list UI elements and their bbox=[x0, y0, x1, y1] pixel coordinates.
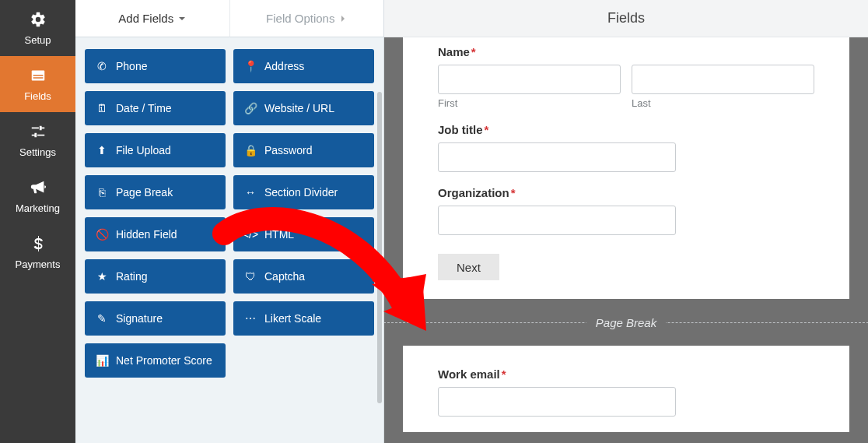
lock-icon: 🔒 bbox=[244, 144, 257, 156]
field-label: Likert Scale bbox=[264, 312, 321, 325]
label-text: Organization bbox=[438, 186, 509, 199]
required-marker: * bbox=[502, 367, 506, 381]
nav-label: Marketing bbox=[16, 202, 60, 214]
field-organization[interactable]: Organization* bbox=[438, 186, 814, 235]
pagebreak-icon: ⎘ bbox=[96, 186, 108, 199]
upload-icon: ⬆ bbox=[96, 144, 108, 156]
nav-settings[interactable]: Settings bbox=[0, 112, 75, 168]
nav-label: Payments bbox=[16, 258, 61, 270]
field-name[interactable]: Name* First Last bbox=[438, 45, 814, 109]
gauge-icon: 📊 bbox=[96, 354, 108, 367]
field-password[interactable]: 🔒Password bbox=[233, 133, 374, 167]
last-sublabel: Last bbox=[632, 97, 814, 109]
shield-icon: 🛡 bbox=[244, 270, 257, 283]
calendar-icon: 🗓 bbox=[96, 102, 108, 114]
bullhorn-icon bbox=[30, 179, 47, 199]
sidebar-nav: Setup Fields Settings Marketing Payments bbox=[0, 0, 75, 443]
organization-label: Organization* bbox=[438, 186, 814, 199]
scrollbar[interactable] bbox=[377, 92, 382, 403]
jobtitle-label: Job title* bbox=[438, 123, 814, 136]
field-label: Captcha bbox=[264, 270, 305, 283]
field-label: Section Divider bbox=[264, 186, 338, 199]
field-phone[interactable]: ✆Phone bbox=[85, 49, 226, 83]
nav-label: Setup bbox=[25, 34, 51, 46]
field-label: Website / URL bbox=[264, 102, 334, 114]
required-marker: * bbox=[511, 186, 516, 199]
dots-icon: ⋯ bbox=[244, 312, 257, 325]
job-title-input[interactable] bbox=[438, 142, 676, 172]
field-label: Net Promoter Score bbox=[116, 354, 212, 367]
last-name-input[interactable] bbox=[632, 65, 814, 94]
field-file-upload[interactable]: ⬆File Upload bbox=[85, 133, 226, 167]
field-url[interactable]: 🔗Website / URL bbox=[233, 91, 374, 125]
field-nps[interactable]: 📊Net Promoter Score bbox=[85, 343, 226, 378]
chevron-down-icon bbox=[178, 12, 186, 25]
label-text: Work email bbox=[438, 367, 500, 381]
fields-list: ✆Phone 📍Address 🗓Date / Time 🔗Website / … bbox=[75, 37, 383, 401]
button-label: Next bbox=[457, 261, 481, 274]
nav-payments[interactable]: Payments bbox=[0, 224, 75, 280]
label-text: Name bbox=[438, 45, 470, 58]
field-label: Hidden Field bbox=[116, 228, 177, 241]
first-name-input[interactable] bbox=[438, 65, 621, 94]
code-icon: </> bbox=[244, 228, 257, 241]
label-text: Job title bbox=[438, 123, 483, 136]
field-rating[interactable]: ★Rating bbox=[85, 259, 226, 294]
field-label: Rating bbox=[116, 270, 147, 283]
dollar-icon bbox=[30, 235, 47, 255]
nav-marketing[interactable]: Marketing bbox=[0, 168, 75, 224]
sliders-icon bbox=[30, 123, 47, 143]
workemail-label: Work email* bbox=[438, 367, 814, 381]
pencil-icon: ✎ bbox=[96, 312, 108, 325]
next-button[interactable]: Next bbox=[438, 254, 499, 280]
form-icon bbox=[30, 67, 47, 87]
tab-label: Field Options bbox=[266, 12, 334, 25]
field-page-break[interactable]: ⎘Page Break bbox=[85, 175, 226, 209]
field-work-email[interactable]: Work email* bbox=[438, 367, 814, 417]
field-label: Page Break bbox=[116, 186, 173, 199]
field-label: Address bbox=[264, 60, 304, 72]
field-label: Password bbox=[264, 144, 312, 156]
tab-field-options[interactable]: Field Options bbox=[229, 0, 384, 37]
required-marker: * bbox=[485, 123, 489, 136]
eye-off-icon: 🚫 bbox=[96, 228, 108, 241]
page-break-label: Page Break bbox=[586, 316, 666, 329]
nav-label: Fields bbox=[24, 90, 51, 102]
field-label: Signature bbox=[116, 312, 163, 325]
tab-add-fields[interactable]: Add Fields bbox=[75, 0, 229, 37]
nav-fields[interactable]: Fields bbox=[0, 56, 75, 112]
panel-tabs: Add Fields Field Options bbox=[75, 0, 383, 37]
phone-icon: ✆ bbox=[96, 60, 108, 72]
field-panel: Add Fields Field Options ✆Phone 📍Address… bbox=[75, 0, 384, 443]
field-label: Date / Time bbox=[116, 102, 172, 114]
field-html[interactable]: </>HTML bbox=[233, 217, 374, 251]
divider-icon: ↔ bbox=[244, 186, 257, 199]
page-title: Fields bbox=[384, 0, 868, 37]
pin-icon: 📍 bbox=[244, 60, 257, 72]
field-hidden[interactable]: 🚫Hidden Field bbox=[85, 217, 226, 251]
first-sublabel: First bbox=[438, 97, 621, 109]
nav-label: Settings bbox=[19, 146, 56, 158]
field-date[interactable]: 🗓Date / Time bbox=[85, 91, 226, 125]
field-signature[interactable]: ✎Signature bbox=[85, 301, 226, 336]
organization-input[interactable] bbox=[438, 206, 676, 235]
page-break-divider[interactable]: Page Break bbox=[384, 299, 868, 346]
field-job-title[interactable]: Job title* bbox=[438, 123, 814, 172]
nav-setup[interactable]: Setup bbox=[0, 0, 75, 56]
field-label: Phone bbox=[116, 60, 147, 72]
form-preview: Name* First Last Job title* bbox=[384, 37, 868, 443]
gear-icon bbox=[30, 11, 47, 31]
name-label: Name* bbox=[438, 45, 814, 58]
work-email-input[interactable] bbox=[438, 387, 676, 417]
chevron-right-icon bbox=[339, 12, 347, 25]
field-address[interactable]: 📍Address bbox=[233, 49, 374, 83]
star-icon: ★ bbox=[96, 270, 108, 283]
field-captcha[interactable]: 🛡Captcha bbox=[233, 259, 374, 294]
preview-pane: Fields Name* First Last bbox=[384, 0, 868, 443]
field-likert[interactable]: ⋯Likert Scale bbox=[233, 301, 374, 336]
field-section-divider[interactable]: ↔Section Divider bbox=[233, 175, 374, 209]
field-label: File Upload bbox=[116, 144, 171, 156]
link-icon: 🔗 bbox=[244, 102, 257, 114]
tab-label: Add Fields bbox=[118, 12, 173, 25]
title-text: Fields bbox=[607, 10, 645, 26]
